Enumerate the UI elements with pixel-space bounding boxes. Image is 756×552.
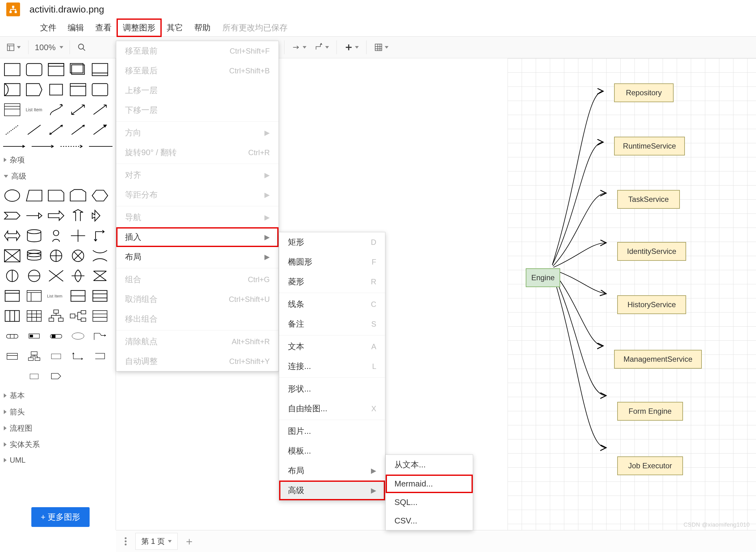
shape-thumbnail[interactable] xyxy=(24,286,44,305)
menu-item[interactable]: 从文本... xyxy=(386,455,473,474)
menu-item[interactable]: 形状... xyxy=(279,379,385,399)
connector-thumbnail[interactable] xyxy=(60,144,84,149)
diagram-node-task[interactable]: TaskService xyxy=(617,190,680,209)
shape-thumbnail[interactable] xyxy=(2,100,23,119)
shape-thumbnail[interactable] xyxy=(46,367,66,386)
shape-thumbnail[interactable] xyxy=(2,80,23,99)
shape-thumbnail[interactable] xyxy=(68,306,88,325)
diagram-node-jobexecutor[interactable]: Job Executor xyxy=(617,456,683,475)
shape-thumbnail[interactable] xyxy=(24,266,44,285)
shape-thumbnail[interactable] xyxy=(89,120,110,139)
more-shapes-button[interactable]: + 更多图形 xyxy=(31,507,89,527)
shape-thumbnail[interactable] xyxy=(46,206,66,225)
shape-thumbnail[interactable] xyxy=(89,347,110,366)
view-mode-button[interactable] xyxy=(3,41,24,53)
shape-thumbnail[interactable] xyxy=(24,80,44,99)
insert-button[interactable] xyxy=(341,41,362,53)
connector-thumbnail[interactable] xyxy=(32,144,55,149)
waypoint-style-button[interactable] xyxy=(312,41,332,53)
shape-thumbnail[interactable] xyxy=(46,120,66,139)
shape-thumbnail[interactable] xyxy=(46,347,66,366)
shape-thumbnail[interactable] xyxy=(2,367,23,386)
shape-thumbnail[interactable] xyxy=(68,206,88,225)
shape-thumbnail[interactable] xyxy=(2,226,23,245)
table-button[interactable] xyxy=(371,41,392,53)
category-basic[interactable]: 基本 xyxy=(0,387,116,404)
shape-thumbnail[interactable] xyxy=(2,266,23,285)
shape-thumbnail[interactable] xyxy=(24,226,44,245)
category-er[interactable]: 实体关系 xyxy=(0,436,116,453)
shape-thumbnail[interactable] xyxy=(2,286,23,305)
shape-thumbnail[interactable] xyxy=(46,80,66,99)
zoom-in-button[interactable] xyxy=(74,41,89,53)
shape-thumbnail[interactable] xyxy=(2,60,23,79)
shape-thumbnail[interactable] xyxy=(24,186,44,205)
category-misc[interactable]: 杂项 xyxy=(0,152,116,168)
category-flowchart[interactable]: 流程图 xyxy=(0,420,116,436)
add-page-button[interactable]: ＋ xyxy=(184,534,195,549)
shape-thumbnail[interactable] xyxy=(46,60,66,79)
shape-thumbnail[interactable] xyxy=(24,306,44,325)
shape-thumbnail[interactable] xyxy=(89,266,110,285)
menu-item[interactable]: 插入▶ xyxy=(116,227,278,247)
shape-thumbnail[interactable] xyxy=(46,226,66,245)
shape-thumbnail[interactable] xyxy=(68,226,88,245)
shape-thumbnail[interactable] xyxy=(89,186,110,205)
shape-thumbnail[interactable] xyxy=(46,306,66,325)
shape-thumbnail[interactable] xyxy=(89,80,110,99)
shape-thumbnail[interactable] xyxy=(46,246,66,265)
shape-thumbnail[interactable] xyxy=(89,226,110,245)
menu-item[interactable]: 模板... xyxy=(279,441,385,461)
shape-thumbnail[interactable] xyxy=(68,186,88,205)
shape-thumbnail[interactable] xyxy=(68,246,88,265)
shape-thumbnail[interactable] xyxy=(2,206,23,225)
shape-thumbnail[interactable] xyxy=(68,286,88,305)
shape-thumbnail[interactable] xyxy=(24,246,44,265)
menu-item[interactable]: 备注S xyxy=(279,314,385,334)
menu-item[interactable]: 高级▶ xyxy=(279,480,385,500)
menu-item[interactable]: 矩形D xyxy=(279,232,385,252)
connector-thumbnail[interactable] xyxy=(3,144,27,149)
shape-thumbnail[interactable] xyxy=(24,60,44,79)
menu-item[interactable]: 布局▶ xyxy=(279,461,385,480)
zoom-dropdown[interactable]: 100% xyxy=(33,43,65,52)
shape-thumbnail[interactable] xyxy=(46,186,66,205)
shape-thumbnail[interactable] xyxy=(68,120,88,139)
shape-thumbnail[interactable] xyxy=(89,306,110,325)
menu-item[interactable]: Mermaid... xyxy=(386,474,473,493)
shape-list-item-thumbnail[interactable]: List Item xyxy=(46,286,66,305)
category-uml[interactable]: UML xyxy=(0,453,116,468)
shape-thumbnail[interactable] xyxy=(24,206,44,225)
menu-extras[interactable]: 其它 xyxy=(161,19,189,36)
page-tab[interactable]: 第 1 页 xyxy=(135,533,178,550)
shape-list-item-thumbnail[interactable]: List Item xyxy=(24,100,44,119)
shape-thumbnail[interactable] xyxy=(68,327,88,346)
pages-menu-button[interactable] xyxy=(122,535,129,548)
shape-thumbnail[interactable] xyxy=(24,347,44,366)
shape-thumbnail[interactable] xyxy=(46,100,66,119)
menu-item[interactable]: 自由绘图...X xyxy=(279,399,385,418)
diagram-node-management[interactable]: ManagementService xyxy=(614,350,702,369)
shape-thumbnail[interactable] xyxy=(68,80,88,99)
shape-thumbnail[interactable] xyxy=(89,100,110,119)
shape-thumbnail[interactable] xyxy=(46,327,66,346)
menu-item[interactable]: 文本A xyxy=(279,337,385,357)
menu-help[interactable]: 帮助 xyxy=(189,19,216,36)
shape-thumbnail[interactable] xyxy=(24,120,44,139)
shape-thumbnail[interactable] xyxy=(89,327,110,346)
shape-thumbnail[interactable] xyxy=(24,367,44,386)
menu-item[interactable]: CSV... xyxy=(386,512,473,530)
shape-thumbnail[interactable] xyxy=(2,347,23,366)
shape-thumbnail[interactable] xyxy=(2,306,23,325)
diagram-node-repository[interactable]: Repository xyxy=(614,84,674,102)
shape-thumbnail[interactable] xyxy=(68,347,88,366)
menu-arrange[interactable]: 调整图形 xyxy=(117,19,161,36)
shape-thumbnail[interactable] xyxy=(68,60,88,79)
menu-item[interactable]: 线条C xyxy=(279,294,385,314)
diagram-node-engine[interactable]: Engine xyxy=(526,268,560,287)
category-arrow[interactable]: 箭头 xyxy=(0,404,116,420)
menu-item[interactable]: 连接...L xyxy=(279,357,385,376)
shape-thumbnail[interactable] xyxy=(68,266,88,285)
diagram-node-formengine[interactable]: Form Engine xyxy=(617,402,683,421)
menu-view[interactable]: 查看 xyxy=(89,19,117,36)
